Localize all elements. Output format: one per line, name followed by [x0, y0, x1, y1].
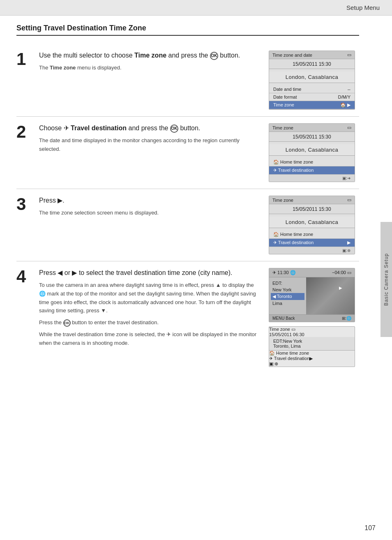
- cam-menu-date-time: Date and time--: [269, 85, 355, 93]
- cam-menu-travel-2: ✈ Travel destination: [269, 166, 355, 175]
- cam-menu-home-4b: 🏠 Home time zone: [269, 351, 355, 356]
- cam-menu-timezone: Time zone🏠 ▶: [269, 101, 355, 109]
- cam-date-4b: 15/05/2011 06:30: [269, 332, 355, 337]
- cam-screen-4b: Time zone ▭ 15/05/2011 06:30 EDT:New Yor…: [269, 326, 355, 367]
- cam-menu-home-2: 🏠 Home time zone: [269, 158, 355, 166]
- ok-button-icon-2: OK: [170, 125, 178, 133]
- city-lima: Lima: [272, 300, 303, 307]
- step-2-main: Choose ✈ Travel destination and press th…: [39, 123, 261, 133]
- city-edt: EDT:: [272, 280, 303, 286]
- world-footer-left: MENU Back: [272, 316, 295, 321]
- step-3-sub: The time zone selection screen menu is d…: [39, 209, 261, 217]
- cam-footer-2: ▣:➜: [269, 175, 355, 182]
- city-toronto: ◀ Toronto: [271, 293, 304, 300]
- step-1-number: 1: [16, 51, 39, 68]
- side-tab: Basic Camera Setup: [380, 222, 392, 337]
- step-4-sub3: While the travel destination time zone i…: [39, 330, 261, 348]
- step-1: 1 Use the multi selector to choose Time …: [16, 44, 359, 117]
- step-2-sub: The date and time displayed in the monit…: [39, 136, 261, 154]
- step-4-body: Press ◀ or ▶ to select the travel destin…: [39, 268, 269, 348]
- map-placeholder: ▶: [306, 277, 355, 314]
- step-1-sub: The Time zone menu is displayed.: [39, 64, 261, 72]
- side-tab-text: Basic Camera Setup: [383, 253, 389, 306]
- step-3-number: 3: [16, 196, 39, 213]
- step-1-main: Use the multi selector to choose Time zo…: [39, 51, 261, 60]
- page-header: Setup Menu: [0, 0, 392, 16]
- cam-world-cities: EDT: New York ◀ Toronto Lima: [269, 277, 306, 314]
- cam-footer-3: ▣:⊕: [269, 247, 355, 254]
- ok-button-icon: OK: [210, 52, 218, 60]
- cam-title-1: Time zone and date: [272, 53, 312, 58]
- step-2-image: Time zone ▭ 15/05/2011 15:30 London, Cas…: [269, 123, 359, 182]
- step-2-body: Choose ✈ Travel destination and press th…: [39, 123, 269, 154]
- page: Setup Menu Basic Camera Setup Setting Tr…: [0, 0, 392, 540]
- content: Setting Travel Destination Time Zone 1 U…: [0, 16, 380, 382]
- step-4-image: ✈ 11:30 🌐 −04:00 ▭ EDT: New York ◀ Toron…: [269, 268, 359, 367]
- cam-footer-4b: ▣:⊕: [269, 361, 355, 367]
- step-4-sub2: Press the OK button to enter the travel …: [39, 318, 261, 327]
- step-2: 2 Choose ✈ Travel destination and press …: [16, 117, 359, 189]
- step-3-main: Press ▶.: [39, 196, 261, 205]
- cam-world-map: ▶: [306, 277, 355, 314]
- world-header-left: ✈ 11:30 🌐: [272, 270, 296, 275]
- cam-date-3: 15/05/2011 15:30: [269, 204, 355, 214]
- step-4: 4 Press ◀ or ▶ to select the travel dest…: [16, 261, 359, 374]
- cam-screen-3: Time zone ▭ 15/05/2011 15:30 London, Cas…: [269, 196, 355, 254]
- cam-title-bar-3: Time zone ▭: [269, 196, 355, 204]
- city-newyork: New York: [272, 286, 303, 293]
- step-2-number: 2: [16, 123, 39, 141]
- cam-title-bar-2: Time zone ▭: [269, 124, 355, 132]
- step-3-body: Press ▶. The time zone selection screen …: [39, 196, 269, 217]
- page-number: 107: [364, 524, 376, 532]
- cam-world-footer: MENU Back ⊞:🌐: [269, 314, 355, 322]
- cam-city-4b: EDT:New YorkToronto, Lima: [269, 337, 355, 351]
- cam-city-2: London, Casablanca: [269, 144, 355, 156]
- cam-menu-home-3: 🏠 Home time zone: [269, 231, 355, 239]
- step-3: 3 Press ▶. The time zone selection scree…: [16, 189, 359, 261]
- step-3-image: Time zone ▭ 15/05/2011 15:30 London, Cas…: [269, 196, 359, 254]
- cam-icon-1: ▭: [347, 52, 351, 58]
- cam-screen-1: Time zone and date ▭ 15/05/2011 15:30 Lo…: [269, 51, 355, 110]
- cam-world-screen: ✈ 11:30 🌐 −04:00 ▭ EDT: New York ◀ Toron…: [269, 268, 355, 322]
- map-marker: ▶: [339, 286, 342, 290]
- step-1-body: Use the multi selector to choose Time zo…: [39, 51, 269, 72]
- page-title: Setting Travel Destination Time Zone: [16, 24, 359, 36]
- cam-title-bar-1: Time zone and date ▭: [269, 51, 355, 59]
- cam-world-body: EDT: New York ◀ Toronto Lima ▶: [269, 277, 355, 314]
- cam-city-3: London, Casablanca: [269, 217, 355, 228]
- cam-title-bar-4b: Time zone ▭: [269, 327, 355, 332]
- step-4-main: Press ◀ or ▶ to select the travel destin…: [39, 268, 261, 278]
- cam-menu-date-format: Date formatD/M/Y: [269, 93, 355, 101]
- cam-world-header: ✈ 11:30 🌐 −04:00 ▭: [269, 268, 355, 277]
- cam-city-1: London, Casablanca: [269, 72, 355, 83]
- step-4-sub1: To use the camera in an area where dayli…: [39, 281, 261, 315]
- header-label: Setup Menu: [346, 4, 380, 11]
- cam-date-2: 15/05/2011 15:30: [269, 132, 355, 142]
- cam-screen-2: Time zone ▭ 15/05/2011 15:30 London, Cas…: [269, 123, 355, 182]
- step-1-image: Time zone and date ▭ 15/05/2011 15:30 Lo…: [269, 51, 359, 110]
- world-header-right: −04:00 ▭: [332, 270, 351, 275]
- cam-date-1: 15/05/2011 15:30: [269, 59, 355, 69]
- ok-button-icon-4: OK: [63, 319, 71, 327]
- cam-menu-travel-4b: ✈ Travel destination▶: [269, 356, 355, 361]
- step-4-number: 4: [16, 268, 39, 285]
- cam-menu-travel-3: ✈ Travel destination▶: [269, 239, 355, 247]
- world-footer-right: ⊞:🌐: [342, 316, 351, 321]
